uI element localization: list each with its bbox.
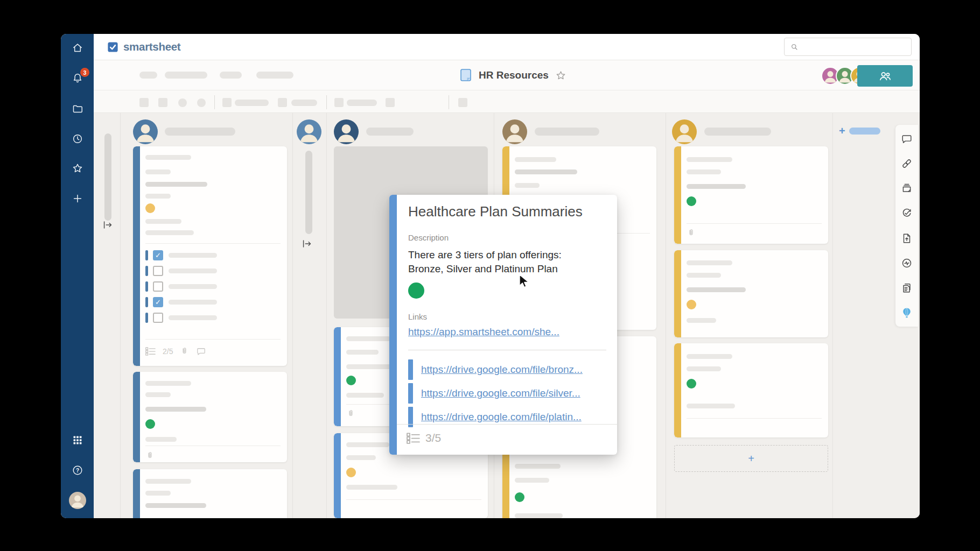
- skeleton-line: [515, 183, 540, 188]
- expand-lane-button[interactable]: [101, 218, 115, 232]
- sidebar-account-button[interactable]: [66, 489, 89, 512]
- notification-badge: 3: [80, 68, 89, 77]
- search-input[interactable]: [803, 43, 906, 51]
- skeleton-line: [515, 478, 549, 483]
- lane-divider: [292, 113, 293, 518]
- checklist-row-bar: [145, 297, 148, 307]
- sidebar-recents-button[interactable]: [66, 127, 89, 151]
- update-requests-button[interactable]: [895, 203, 918, 223]
- status-dot-green: [408, 282, 424, 299]
- skeleton-line: [687, 260, 732, 265]
- add-card-button[interactable]: +: [674, 445, 828, 472]
- checkbox[interactable]: ✓: [153, 250, 163, 260]
- card-divider: [145, 446, 281, 446]
- page-title: HR Resources: [479, 69, 549, 81]
- summary-button[interactable]: [895, 278, 918, 298]
- skeleton-line: [346, 364, 393, 369]
- whats-new-button[interactable]: [895, 302, 918, 323]
- view-toolbar-row: [94, 90, 920, 113]
- summary-doc-icon: [901, 282, 913, 294]
- skeleton-line: [687, 318, 716, 323]
- drive-link-platinum[interactable]: https://drive.google.com/file/platin...: [421, 411, 582, 423]
- card-color-bar: [334, 327, 341, 426]
- card[interactable]: [674, 146, 828, 244]
- card-footer: [145, 451, 276, 460]
- header-skeleton-pill: [256, 72, 293, 79]
- checkbox[interactable]: [153, 266, 163, 276]
- skeleton-line: [346, 336, 390, 341]
- checklist-row: [145, 281, 276, 292]
- search-box[interactable]: [784, 38, 912, 56]
- smartsheet-logo[interactable]: smartsheet: [107, 34, 180, 60]
- toolbar-skeleton-item: [139, 98, 149, 107]
- home-icon: [72, 42, 83, 54]
- footer-divider: [397, 424, 617, 425]
- card-color-bar: [133, 372, 140, 462]
- card[interactable]: [674, 343, 828, 437]
- skeleton-line: [145, 155, 191, 160]
- expand-lane-icon: [102, 219, 114, 231]
- lane-divider: [832, 113, 833, 518]
- toolbar-divider: [449, 95, 449, 109]
- sidebar-folders-button[interactable]: [66, 97, 89, 121]
- sidebar-favorites-button[interactable]: [66, 157, 89, 180]
- drive-link-bronze[interactable]: https://drive.google.com/file/bronz...: [421, 364, 583, 376]
- card[interactable]: ✓✓2/5: [133, 146, 287, 366]
- checklist-row: ✓: [145, 297, 276, 307]
- link-icon: [901, 158, 913, 169]
- checklist-row: [145, 266, 276, 276]
- drive-link-silver[interactable]: https://drive.google.com/file/silver...: [421, 387, 580, 399]
- sidebar-apps-button[interactable]: [66, 428, 89, 452]
- skeleton-line: [687, 366, 721, 371]
- sidebar-create-button[interactable]: [66, 187, 89, 210]
- lane-header-skeleton: [366, 128, 414, 136]
- share-button[interactable]: [857, 65, 913, 87]
- status-dot: [687, 196, 696, 206]
- logo-text: smartsheet: [123, 40, 180, 53]
- comments-button[interactable]: [895, 129, 918, 149]
- add-column-button[interactable]: +: [839, 125, 880, 136]
- checklist-icon: [145, 347, 156, 356]
- card-detail-popover: Healthcare Plan Summaries Description Th…: [389, 195, 617, 455]
- activity-log-button[interactable]: [895, 253, 918, 273]
- status-dot: [346, 468, 356, 477]
- attachments-button[interactable]: [895, 153, 918, 174]
- card[interactable]: [133, 372, 287, 462]
- skeleton-line: [145, 230, 194, 235]
- card-divider: [145, 243, 281, 244]
- description-text: There are 3 tiers of plan offerings:Bron…: [408, 248, 606, 276]
- skeleton-line: [687, 169, 721, 174]
- card-content: [145, 381, 276, 460]
- link-row-bar: [408, 359, 413, 380]
- lane-header-skeleton: [165, 128, 235, 136]
- card-divider: [687, 223, 822, 224]
- primary-link[interactable]: https://app.smartsheet.com/she...: [408, 326, 559, 338]
- card[interactable]: [674, 250, 828, 337]
- publish-button[interactable]: [895, 228, 918, 249]
- card-content: [145, 479, 276, 508]
- expand-lane-button[interactable]: [300, 237, 314, 251]
- sidebar-help-button[interactable]: ?: [66, 458, 89, 482]
- card-stack-button[interactable]: [895, 178, 918, 199]
- card[interactable]: [133, 469, 287, 518]
- user-avatar: [69, 492, 86, 509]
- file-upload-icon: [901, 232, 913, 244]
- card-divider: [145, 339, 281, 340]
- lane-avatar: [502, 119, 527, 144]
- sheet-type-icon: [459, 68, 472, 82]
- collapsed-lane-pill: [104, 133, 111, 221]
- card-divider: [346, 499, 481, 500]
- search-icon: [790, 43, 799, 51]
- sidebar-home-button[interactable]: [66, 36, 89, 60]
- status-dot: [145, 419, 155, 429]
- favorite-star-icon[interactable]: [555, 70, 566, 81]
- link-row-bar: [408, 383, 413, 404]
- status-dot: [145, 203, 155, 213]
- collapsed-lane-pill: [305, 151, 312, 234]
- checkbox[interactable]: [153, 313, 163, 323]
- checkbox[interactable]: ✓: [153, 297, 163, 307]
- lane-avatar: [672, 119, 697, 144]
- checkbox[interactable]: [153, 281, 163, 292]
- comment-bubble-icon: [901, 133, 913, 145]
- skeleton-line: [687, 354, 732, 359]
